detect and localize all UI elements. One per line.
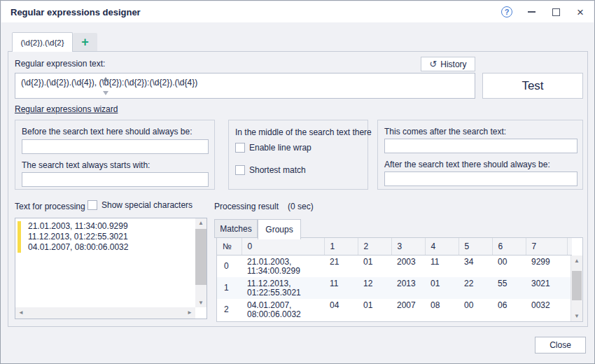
cell-group: 34 xyxy=(458,255,492,277)
after-group-box: This comes after the search text: After … xyxy=(377,120,583,190)
history-button[interactable]: ↺ History xyxy=(421,57,475,71)
col-header-filler xyxy=(567,238,572,255)
history-button-label: History xyxy=(440,59,466,69)
processing-time-label: (0 sec) xyxy=(288,202,314,211)
cell-group: 0032 xyxy=(526,299,567,321)
cell-group: 2003 xyxy=(391,255,425,277)
shortest-match-checkbox[interactable] xyxy=(235,165,245,175)
row-index: 2 xyxy=(217,299,241,321)
grid-vertical-scrollbar[interactable]: ▲ ▼ xyxy=(570,255,582,321)
cell-group: 21 xyxy=(324,255,358,277)
col-header[interactable]: 5 xyxy=(458,238,492,255)
add-tab-button[interactable]: + xyxy=(73,33,97,51)
plus-icon: + xyxy=(81,35,89,50)
window-controls: ? × xyxy=(500,1,587,22)
enable-line-wrap-label: Enable line wrap xyxy=(249,143,312,153)
cell-group: 01 xyxy=(358,255,391,277)
wizard-link[interactable]: Regular expressions wizard xyxy=(15,104,118,114)
cell-group: 9299 xyxy=(526,255,567,277)
scroll-right-icon: ► xyxy=(187,309,192,316)
scroll-down-icon: ▼ xyxy=(195,300,206,306)
col-header[interactable]: 6 xyxy=(492,238,526,255)
comes-after-input[interactable] xyxy=(384,139,578,153)
before-input[interactable] xyxy=(22,139,209,154)
col-header[interactable]: 4 xyxy=(425,238,458,255)
regex-designer-window: Regular expressions designer ? × (\d{2})… xyxy=(0,0,595,364)
text-for-processing-label: Text for processing xyxy=(15,202,85,211)
before-label: Before the search text here should alway… xyxy=(22,127,192,136)
scroll-up-icon: ▲ xyxy=(571,258,582,264)
middle-label: In the middle of the search text there xyxy=(235,127,372,137)
close-icon: × xyxy=(577,6,584,18)
tab-expression[interactable]: (\d{2}).(\d{2} xyxy=(12,32,73,52)
enable-line-wrap-checkbox[interactable] xyxy=(235,143,245,153)
groups-result-grid: № 0 1 2 3 4 5 6 7 0 21.01.2003, 11:34:00… xyxy=(216,237,583,322)
maximize-button[interactable] xyxy=(550,6,562,18)
col-header[interactable]: 2 xyxy=(358,238,391,255)
middle-group-box: In the middle of the search text there E… xyxy=(228,120,368,190)
spin-down-icon xyxy=(103,91,108,95)
grid-row[interactable]: 0 21.01.2003, 11:34:00.9299 21 01 2003 1… xyxy=(217,255,572,277)
editor-text: 21.01.2003, 11:34:00.9299 11.12.2013, 01… xyxy=(28,221,194,253)
regex-input-spinner[interactable] xyxy=(102,77,110,95)
processing-result-label: Processing result xyxy=(214,202,279,211)
starts-with-input[interactable] xyxy=(22,172,209,187)
title-bar: Regular expressions designer ? × xyxy=(1,1,594,22)
cell-match: 21.01.2003, 11:34:00.9299 xyxy=(241,255,324,277)
help-button[interactable]: ? xyxy=(500,6,513,18)
editor-horizontal-scrollbar[interactable]: ◄ ► xyxy=(15,307,195,318)
before-group-box: Before the search text here should alway… xyxy=(15,120,215,190)
col-header[interactable]: № xyxy=(217,238,241,255)
cell-group: 12 xyxy=(358,277,391,299)
editor-vertical-scrollbar[interactable]: ▲ ▼ xyxy=(195,218,206,307)
close-button[interactable]: Close xyxy=(535,337,586,354)
after-always-input[interactable] xyxy=(384,172,578,186)
starts-with-label: The search text always starts with: xyxy=(22,160,150,170)
text-processing-editor[interactable]: 21.01.2003, 11:34:00.9299 11.12.2013, 01… xyxy=(15,218,207,319)
history-icon: ↺ xyxy=(429,59,437,69)
cell-group: 2013 xyxy=(391,277,425,299)
cell-group: 06 xyxy=(492,299,526,321)
modified-lines-marker xyxy=(18,221,21,253)
window-title: Regular expressions designer xyxy=(10,7,141,18)
spin-up-icon xyxy=(103,77,108,81)
cell-group: 22 xyxy=(458,277,492,299)
cell-group: 11 xyxy=(425,255,458,277)
editor-line: 11.12.2013, 01:22:55.3021 xyxy=(28,232,194,242)
show-special-chars-label: Show special characters xyxy=(102,200,192,210)
test-button[interactable]: Test xyxy=(482,73,583,99)
grid-row[interactable]: 1 11.12.2013, 01:22:55.3021 11 12 2013 0… xyxy=(217,277,572,299)
regex-text-label: Regular expression text: xyxy=(15,59,105,69)
grid-header-row: № 0 1 2 3 4 5 6 7 xyxy=(217,238,572,255)
grid-vscroll-thumb[interactable] xyxy=(572,271,582,300)
col-header[interactable]: 7 xyxy=(526,238,567,255)
col-header[interactable]: 0 xyxy=(241,238,324,255)
cell-match: 11.12.2013, 01:22:55.3021 xyxy=(241,277,324,299)
cell-group: 01 xyxy=(358,299,391,321)
scroll-up-icon: ▲ xyxy=(195,220,206,226)
editor-vscroll-thumb[interactable] xyxy=(195,229,206,285)
show-special-chars-checkbox[interactable] xyxy=(88,200,97,210)
col-header[interactable]: 3 xyxy=(391,238,425,255)
comes-after-label: This comes after the search text: xyxy=(384,127,506,136)
minimize-icon xyxy=(528,11,536,13)
tab-matches[interactable]: Matches xyxy=(214,219,258,238)
cell-match: 04.01.2007, 08:00:06.0032 xyxy=(241,299,324,321)
help-icon: ? xyxy=(501,6,512,18)
cell-group: 11 xyxy=(324,277,358,299)
tab-groups[interactable]: Groups xyxy=(258,219,301,239)
shortest-match-label: Shortest match xyxy=(249,165,306,175)
editor-line: 04.01.2007, 08:00:06.0032 xyxy=(28,242,194,253)
cell-group: 00 xyxy=(492,255,526,277)
col-header[interactable]: 1 xyxy=(324,238,358,255)
row-index: 1 xyxy=(217,277,241,299)
close-window-button[interactable]: × xyxy=(574,6,587,18)
regex-input[interactable]: (\d{2}).(\d{2}).(\d{4}), (\d{2}):(\d{2})… xyxy=(15,73,475,99)
minimize-button[interactable] xyxy=(525,6,538,18)
grid-row[interactable]: 2 04.01.2007, 08:00:06.0032 04 01 2007 0… xyxy=(217,299,572,321)
cell-group: 00 xyxy=(458,299,492,321)
editor-line: 21.01.2003, 11:34:00.9299 xyxy=(28,221,194,232)
scroll-down-icon: ▼ xyxy=(571,313,582,319)
cell-group: 04 xyxy=(324,299,358,321)
cell-group: 55 xyxy=(492,277,526,299)
